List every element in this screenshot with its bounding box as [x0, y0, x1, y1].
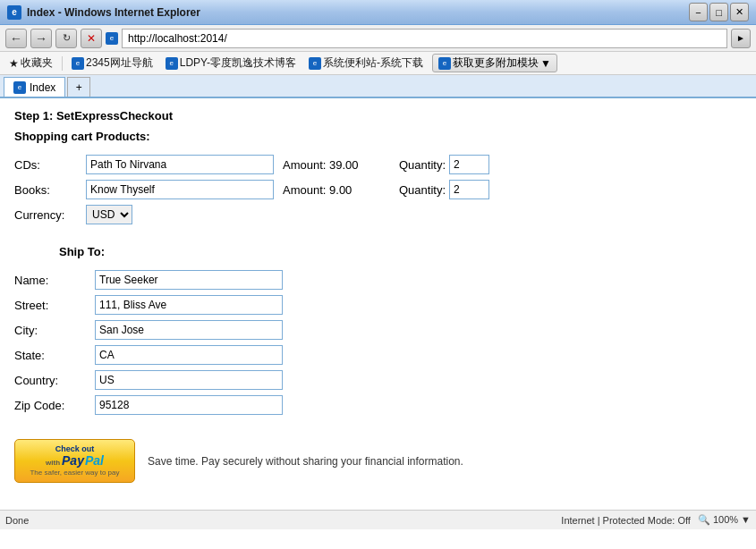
fav-icon-2: e	[166, 57, 178, 70]
fav-item-3[interactable]: e 系统便利站-系统下载	[305, 54, 427, 72]
zip-input[interactable]	[95, 395, 283, 415]
status-bar: Done Internet | Protected Mode: Off 🔍 10…	[0, 510, 756, 529]
fav-icon-3: e	[309, 57, 321, 70]
cds-qty-label: Quantity:	[399, 158, 446, 172]
paypal-checkout-with: with	[46, 460, 60, 467]
cds-amount-cell: Amount: 39.00	[283, 152, 399, 177]
zip-field	[95, 393, 742, 418]
step-title: Step 1: SetExpressCheckout	[14, 109, 742, 122]
address-icon: e	[106, 32, 118, 45]
go-button[interactable]: ►	[731, 29, 751, 48]
fav-label-2: LDPY-零度凯逸技术博客	[180, 55, 296, 71]
country-input[interactable]	[95, 370, 283, 390]
zip-label: Zip Code:	[14, 393, 95, 418]
books-qty-label: Quantity:	[399, 183, 446, 197]
status-right: Internet | Protected Mode: Off 🔍 100% ▼	[561, 514, 751, 526]
back-button[interactable]: ←	[5, 29, 27, 48]
refresh-button[interactable]: ↻	[55, 29, 77, 48]
window-title: Index - Windows Internet Explorer	[27, 6, 200, 19]
books-qty-input[interactable]	[449, 180, 489, 199]
cds-amount-value: 39.00	[329, 158, 359, 172]
zone-text: Internet | Protected Mode: Off	[561, 515, 691, 526]
paypal-section: Check out with PayPal The safer, easier …	[14, 439, 742, 483]
new-tab-button[interactable]: +	[67, 77, 90, 97]
ship-form-table: Name: Street: City: State:	[14, 267, 742, 418]
cds-label: CDs:	[14, 152, 86, 177]
paypal-pal: Pal	[85, 453, 104, 468]
ship-to-section: Ship To: Name: Street: City:	[14, 245, 742, 418]
status-text: Done	[5, 515, 29, 526]
cds-qty-cell: Quantity:	[399, 152, 742, 177]
currency-row: Currency: USD EUR GBP	[14, 202, 742, 227]
city-field	[95, 317, 742, 342]
books-amount-label: Amount:	[283, 183, 326, 197]
forward-button[interactable]: →	[30, 29, 52, 48]
address-bar: ← → ↻ ✕ e ►	[0, 25, 756, 52]
paypal-tagline: Save time. Pay securely without sharing …	[148, 455, 463, 468]
page-content: Step 1: SetExpressCheckout Shopping cart…	[0, 98, 756, 510]
currency-label: Currency:	[14, 202, 86, 227]
fav-label-4: 获取更多附加模块	[453, 55, 539, 71]
ship-to-title: Ship To:	[59, 245, 742, 258]
fav-item-1[interactable]: e 2345网址导航	[68, 54, 157, 72]
name-field	[95, 267, 742, 292]
books-qty-cell: Quantity:	[399, 177, 742, 202]
street-input[interactable]	[95, 295, 283, 315]
title-bar: e Index - Windows Internet Explorer − □ …	[0, 0, 756, 25]
name-input[interactable]	[95, 270, 283, 290]
more-addons-button[interactable]: e 获取更多附加模块 ▼	[432, 54, 557, 72]
tab-index[interactable]: e Index	[4, 77, 65, 97]
books-input[interactable]	[86, 180, 274, 199]
paypal-pay: Pay	[62, 453, 84, 468]
state-row: State:	[14, 342, 742, 367]
address-input[interactable]	[122, 29, 727, 48]
city-label: City:	[14, 317, 95, 342]
books-label: Books:	[14, 177, 86, 202]
tab-bar: e Index +	[0, 75, 756, 98]
books-field-cell	[86, 177, 283, 202]
street-field	[95, 292, 742, 317]
maximize-button[interactable]: □	[709, 3, 728, 21]
paypal-checkout-top: Check out	[55, 445, 95, 453]
zip-row: Zip Code:	[14, 393, 742, 418]
ie-icon: e	[7, 5, 21, 20]
close-button[interactable]: ✕	[730, 3, 749, 21]
state-label: State:	[14, 342, 95, 367]
stop-button[interactable]: ✕	[81, 29, 102, 48]
window-controls: − □ ✕	[689, 3, 749, 21]
fav-icon-1: e	[72, 57, 84, 70]
currency-field-cell: USD EUR GBP	[86, 202, 283, 227]
minimize-button[interactable]: −	[689, 3, 708, 21]
paypal-logo: PayPal	[62, 453, 104, 468]
tab-icon: e	[13, 81, 26, 94]
fav-label-1: 2345网址导航	[86, 55, 153, 71]
country-field	[95, 367, 742, 393]
state-field	[95, 342, 742, 367]
name-row: Name:	[14, 267, 742, 292]
city-row: City:	[14, 317, 742, 342]
currency-select[interactable]: USD EUR GBP	[86, 205, 132, 224]
cart-table: CDs: Amount: 39.00 Quantity: Books: Amou	[14, 152, 742, 227]
fav-label-3: 系统便利站-系统下载	[323, 55, 423, 71]
street-row: Street:	[14, 292, 742, 317]
zoom-text: 🔍 100% ▼	[698, 514, 751, 526]
favorites-label: 收藏夹	[21, 55, 53, 71]
street-label: Street:	[14, 292, 95, 317]
books-amount-value: 9.00	[329, 183, 352, 197]
books-amount-cell: Amount: 9.00	[283, 177, 399, 202]
paypal-checkout-button[interactable]: Check out with PayPal The safer, easier …	[14, 439, 135, 483]
chevron-down-icon: ▼	[540, 57, 551, 70]
cds-input[interactable]	[86, 155, 274, 174]
city-input[interactable]	[95, 320, 283, 340]
cart-title: Shopping cart Products:	[14, 130, 742, 143]
fav-item-2[interactable]: e LDPY-零度凯逸技术博客	[162, 54, 300, 72]
cds-amount-label: Amount:	[283, 158, 326, 172]
favorites-bar: ★ 收藏夹 e 2345网址导航 e LDPY-零度凯逸技术博客 e 系统便利站…	[0, 52, 756, 75]
favorites-button[interactable]: ★ 收藏夹	[5, 54, 56, 72]
name-label: Name:	[14, 267, 95, 292]
state-input[interactable]	[95, 345, 283, 365]
cds-qty-input[interactable]	[449, 155, 489, 174]
books-row: Books: Amount: 9.00 Quantity:	[14, 177, 742, 202]
star-icon: ★	[9, 57, 19, 70]
country-row: Country:	[14, 367, 742, 393]
